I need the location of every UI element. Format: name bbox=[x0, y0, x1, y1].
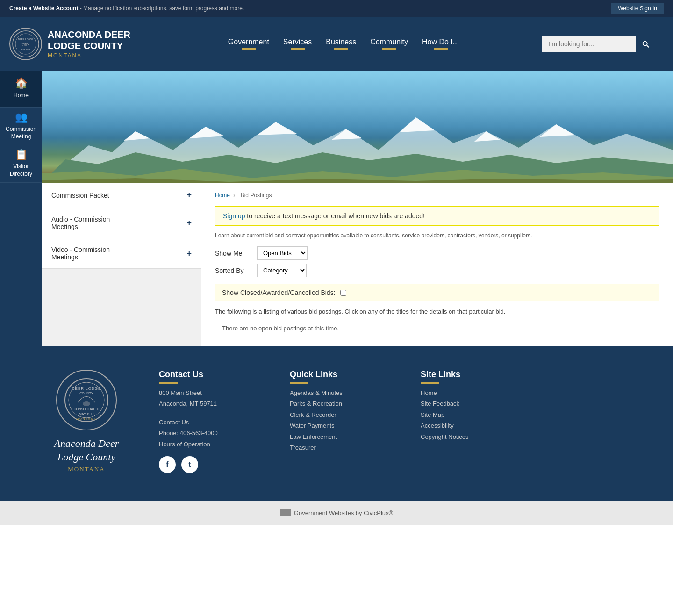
footer-address2: Anaconda, MT 59711 bbox=[159, 398, 276, 409]
main-content: Home › Bid Postings Sign up to receive a… bbox=[201, 183, 673, 346]
svg-marker-13 bbox=[540, 124, 575, 137]
main-nav: Government Services Business Community H… bbox=[145, 33, 542, 54]
breadcrumb: Home › Bid Postings bbox=[215, 192, 659, 199]
secondary-nav-video[interactable]: Video - CommissionMeetings + bbox=[42, 238, 201, 269]
footer-site-link-copyright[interactable]: Copyright Notices bbox=[421, 431, 523, 442]
svg-text:MAY 1977: MAY 1977 bbox=[79, 412, 94, 415]
footer-quick-links-column: Quick Links Agendas & Minutes Parks & Re… bbox=[290, 370, 407, 473]
secondary-nav-audio[interactable]: Audio - CommissionMeetings + bbox=[42, 208, 201, 238]
top-bar: Create a Website Account - Manage notifi… bbox=[0, 0, 673, 17]
no-bids-text: There are no open bid postings at this t… bbox=[222, 325, 339, 332]
civicplus-credit: Government Websites by CivicPlus® bbox=[280, 509, 393, 516]
show-me-select[interactable]: Open Bids Closed Bids All Bids bbox=[257, 246, 308, 260]
county-name: ANACONDA DEERLODGE COUNTY MONTANA bbox=[48, 29, 130, 59]
footer-bottom: Government Websites by CivicPlus® bbox=[0, 501, 673, 525]
footer-phone: Phone: 406-563-4000 bbox=[159, 428, 276, 438]
secondary-nav-packet[interactable]: Commission Packet + bbox=[42, 183, 201, 208]
footer-quick-links-title: Quick Links bbox=[290, 370, 407, 384]
nav-how-do-i[interactable]: How Do I... bbox=[422, 33, 459, 54]
footer-site-link-accessibility[interactable]: Accessibility bbox=[421, 420, 523, 431]
create-account-notice: Create a Website Account - Manage notifi… bbox=[9, 5, 244, 12]
footer-quick-link-water[interactable]: Water Payments bbox=[290, 420, 407, 431]
signup-notice: Sign up to receive a text message or ema… bbox=[215, 206, 659, 226]
nav-government[interactable]: Government bbox=[228, 33, 269, 54]
breadcrumb-home[interactable]: Home bbox=[215, 192, 230, 199]
nav-business[interactable]: Business bbox=[326, 33, 356, 54]
create-account-link[interactable]: Create a Website Account bbox=[9, 5, 78, 12]
footer-contact-column: Contact Us 800 Main Street Anaconda, MT … bbox=[159, 370, 276, 473]
footer-logo-column: DEER LODGE COUNTY CONSOLIDATED MAY 1977 … bbox=[28, 370, 145, 473]
listing-description: The following is a listing of various bi… bbox=[215, 308, 659, 315]
commission-icon: 👥 bbox=[15, 111, 28, 124]
left-sidebar-extension bbox=[0, 183, 42, 346]
svg-point-4 bbox=[24, 43, 27, 46]
footer-social-icons: f t bbox=[159, 456, 276, 473]
search-button[interactable] bbox=[636, 34, 655, 54]
search-input[interactable] bbox=[542, 36, 636, 52]
footer-site-link-sitemap[interactable]: Site Map bbox=[421, 409, 523, 420]
civicplus-icon bbox=[280, 509, 291, 516]
footer-hours-link[interactable]: Hours of Operation bbox=[159, 439, 276, 450]
sorted-by-label: Sorted By bbox=[215, 267, 252, 274]
facebook-icon[interactable]: f bbox=[159, 456, 176, 473]
left-sidebar: 🏠 Home 👥 CommissionMeeting 📋 VisitorDire… bbox=[0, 71, 42, 183]
show-me-label: Show Me bbox=[215, 250, 252, 257]
page-body: 🏠 Home 👥 CommissionMeeting 📋 VisitorDire… bbox=[0, 71, 673, 346]
svg-text:DEER LODGE: DEER LODGE bbox=[72, 387, 101, 391]
footer-seal: DEER LODGE COUNTY CONSOLIDATED MAY 1977 … bbox=[56, 370, 117, 430]
sorted-by-select[interactable]: Category Date Title Department bbox=[257, 264, 307, 277]
county-seal: DEER LODGE COUNTY EST. 1877 bbox=[9, 28, 42, 60]
signup-link[interactable]: Sign up bbox=[223, 212, 245, 220]
svg-marker-11 bbox=[400, 117, 435, 132]
search-area bbox=[542, 34, 664, 54]
footer-quick-link-law[interactable]: Law Enforcement bbox=[290, 431, 407, 442]
show-closed-row: Show Closed/Awarded/Cancelled Bids: bbox=[215, 284, 659, 301]
civicplus-text: Government Websites by CivicPlus® bbox=[294, 509, 393, 516]
nav-services[interactable]: Services bbox=[283, 33, 312, 54]
svg-text:COUNTY: COUNTY bbox=[79, 392, 93, 395]
footer-quick-link-parks[interactable]: Parks & Recreation bbox=[290, 398, 407, 409]
signup-text: to receive a text message or email when … bbox=[245, 212, 424, 220]
svg-text:DEER LODGE: DEER LODGE bbox=[18, 38, 34, 41]
breadcrumb-current: Bid Postings bbox=[241, 192, 272, 199]
logo-area: DEER LODGE COUNTY EST. 1877 ANACONDA DEE… bbox=[9, 28, 145, 60]
no-bids-message: There are no open bid postings at this t… bbox=[215, 320, 659, 337]
footer-grid: DEER LODGE COUNTY CONSOLIDATED MAY 1977 … bbox=[28, 370, 645, 473]
footer: DEER LODGE COUNTY CONSOLIDATED MAY 1977 … bbox=[0, 346, 673, 501]
svg-point-21 bbox=[83, 401, 90, 406]
hero-section: 🏠 Home 👥 CommissionMeeting 📋 VisitorDire… bbox=[0, 71, 673, 183]
footer-site-links-column: Site Links Home Site Feedback Site Map A… bbox=[421, 370, 523, 473]
description-text: Learn about current bid and contract opp… bbox=[215, 232, 659, 239]
sidebar-home-label: Home bbox=[14, 92, 29, 100]
footer-contact-title: Contact Us bbox=[159, 370, 276, 384]
secondary-nav-video-label: Video - CommissionMeetings bbox=[51, 246, 110, 261]
sidebar-item-visitor[interactable]: 📋 VisitorDirectory bbox=[0, 145, 42, 183]
secondary-nav-packet-label: Commission Packet bbox=[51, 192, 109, 199]
twitter-icon[interactable]: t bbox=[181, 456, 198, 473]
nav-community[interactable]: Community bbox=[370, 33, 408, 54]
expand-icon-video: + bbox=[186, 249, 192, 258]
svg-text:EST. 1877: EST. 1877 bbox=[21, 49, 30, 51]
footer-quick-link-clerk[interactable]: Clerk & Recorder bbox=[290, 409, 407, 420]
show-closed-label: Show Closed/Awarded/Cancelled Bids: bbox=[222, 289, 336, 296]
footer-site-link-home[interactable]: Home bbox=[421, 387, 523, 398]
footer-contact-link[interactable]: Contact Us bbox=[159, 417, 276, 428]
sidebar-item-home[interactable]: 🏠 Home bbox=[0, 71, 42, 108]
sidebar-visitor-label: VisitorDirectory bbox=[10, 163, 32, 178]
sign-in-button[interactable]: Website Sign In bbox=[611, 3, 664, 14]
footer-site-link-feedback[interactable]: Site Feedback bbox=[421, 398, 523, 409]
sidebar-item-commission[interactable]: 👥 CommissionMeeting bbox=[0, 108, 42, 145]
footer-quick-link-agendas[interactable]: Agendas & Minutes bbox=[290, 387, 407, 398]
main-header: DEER LODGE COUNTY EST. 1877 ANACONDA DEE… bbox=[0, 17, 673, 71]
secondary-sidebar: Commission Packet + Audio - CommissionMe… bbox=[42, 183, 201, 346]
breadcrumb-separator: › bbox=[233, 192, 235, 199]
sorted-by-row: Sorted By Category Date Title Department bbox=[215, 264, 659, 277]
svg-text:CONSOLIDATED: CONSOLIDATED bbox=[74, 408, 100, 411]
home-icon: 🏠 bbox=[15, 77, 28, 90]
footer-address1: 800 Main Street bbox=[159, 387, 276, 398]
sidebar-commission-label: CommissionMeeting bbox=[6, 126, 36, 140]
footer-quick-link-treasurer[interactable]: Treasurer bbox=[290, 442, 407, 453]
show-closed-checkbox[interactable] bbox=[340, 290, 346, 296]
visitor-icon: 📋 bbox=[15, 148, 28, 162]
footer-script-text: Anaconda Deer Lodge County MONTANA bbox=[54, 437, 119, 473]
